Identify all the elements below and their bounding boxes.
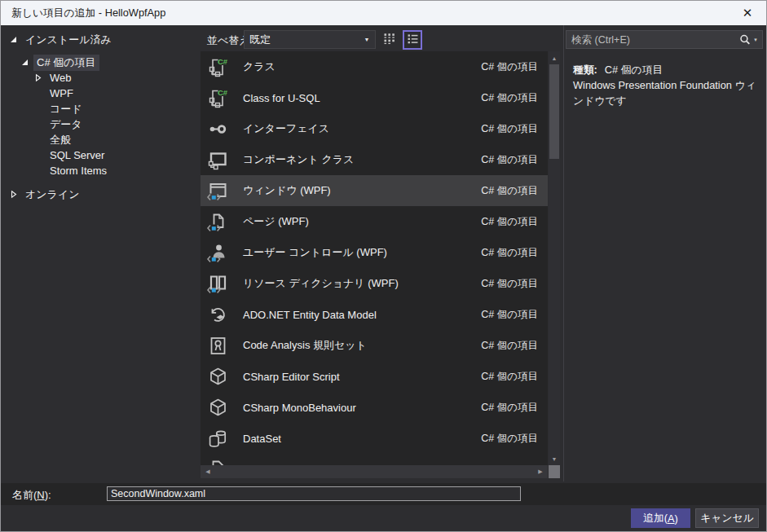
list-item[interactable]	[201, 454, 548, 465]
list-item[interactable]: ページ (WPF) C# 個の項目	[201, 206, 548, 237]
tree-item[interactable]: インストール済み	[1, 32, 201, 47]
cube-icon	[207, 397, 229, 419]
name-input[interactable]	[107, 486, 521, 501]
chevron-down-icon: ▼	[359, 37, 375, 42]
list-item[interactable]: リソース ディクショナリ (WPF) C# 個の項目	[201, 268, 548, 299]
tree-expander-icon[interactable]	[33, 104, 42, 113]
tree-item[interactable]: コード	[1, 101, 201, 117]
component-class-icon	[207, 149, 229, 171]
tree-item[interactable]: Web	[1, 70, 201, 86]
list-item[interactable]: C# クラス C# 個の項目	[201, 51, 548, 82]
sort-dropdown[interactable]: 既定 ▼	[244, 30, 376, 49]
code-analysis-ruleset-icon	[207, 335, 229, 357]
close-button[interactable]: ✕	[729, 1, 766, 25]
ado-net-entity-icon	[207, 304, 229, 326]
grid-view-icon	[382, 31, 397, 49]
tree-expander-icon[interactable]	[33, 151, 42, 160]
cancel-button[interactable]: キャンセル	[695, 508, 759, 528]
template-list: C# クラス C# 個の項目 C# Class for U-SQL C# 個の項…	[201, 51, 548, 465]
tree-item[interactable]: データ	[1, 117, 201, 132]
list-view-icon	[406, 32, 420, 49]
tree-item[interactable]: 全般	[1, 132, 201, 147]
tree-expander-icon[interactable]	[33, 73, 42, 82]
item-type-label: 種類:	[573, 64, 597, 76]
tree-expander-icon[interactable]	[33, 166, 42, 175]
sort-dropdown-value: 既定	[245, 33, 359, 47]
tree-expander-icon[interactable]	[33, 135, 42, 144]
tree-expander-icon[interactable]	[9, 35, 18, 44]
scroll-right-icon[interactable]: ▶	[535, 465, 546, 478]
category-tree: インストール済み C# 個の項目 Web WPF コード データ 全般 SQL …	[1, 25, 201, 481]
csharp-class-icon: C#	[207, 56, 229, 78]
wpf-window-icon	[207, 180, 229, 202]
dataset-icon	[207, 428, 229, 450]
medium-icons-view-button[interactable]	[381, 31, 399, 49]
list-item[interactable]: ADO.NET Entity Data Model C# 個の項目	[201, 299, 548, 330]
list-item[interactable]: コンポーネント クラス C# 個の項目	[201, 144, 548, 175]
tree-expander-icon[interactable]	[9, 190, 18, 199]
scroll-down-icon[interactable]: ▼	[549, 453, 560, 464]
tree-expander-icon[interactable]	[33, 89, 42, 98]
item-type-line: 種類:C# 個の項目	[573, 64, 663, 77]
search-input[interactable]	[566, 34, 738, 46]
vertical-scrollbar-thumb[interactable]	[549, 64, 559, 159]
wpf-page-icon	[207, 211, 229, 233]
list-item[interactable]: C# Class for U-SQL C# 個の項目	[201, 82, 548, 113]
document-icon	[207, 459, 229, 466]
tree-item[interactable]: Storm Items	[1, 163, 201, 178]
list-view-button[interactable]	[403, 30, 422, 50]
tree-item[interactable]: オンライン	[1, 187, 201, 202]
tree-item[interactable]: WPF	[1, 86, 201, 101]
scrollbar-corner	[549, 465, 560, 478]
tree-expander-icon[interactable]	[33, 120, 42, 129]
list-item[interactable]: インターフェイス C# 個の項目	[201, 113, 548, 144]
list-item[interactable]: CSharp Editor Script C# 個の項目	[201, 361, 548, 392]
details-panel: ▼ 種類:C# 個の項目 Windows Presentation Founda…	[563, 25, 766, 481]
titlebar: 新しい項目の追加 - HelloWpfApp ✕	[1, 1, 766, 25]
name-label: 名前(N):	[12, 488, 51, 503]
cube-icon	[207, 366, 229, 388]
wpf-user-control-icon	[207, 242, 229, 264]
item-type-value: C# 個の項目	[605, 64, 663, 76]
scroll-left-icon[interactable]: ◀	[202, 465, 214, 478]
search-chevron-down-icon[interactable]: ▼	[753, 37, 758, 42]
search-icon[interactable]	[738, 33, 752, 46]
close-icon: ✕	[743, 6, 753, 20]
list-item[interactable]: ユーザー コントロール (WPF) C# 個の項目	[201, 237, 548, 268]
tree-item[interactable]: SQL Server	[1, 147, 201, 163]
wpf-resource-dictionary-icon	[207, 273, 229, 295]
svg-text:C#: C#	[218, 88, 228, 97]
vertical-scrollbar[interactable]: ▲ ▼	[549, 51, 560, 465]
name-band: 名前(N):	[1, 483, 766, 505]
svg-text:C#: C#	[218, 57, 228, 66]
tree-expander-icon[interactable]	[20, 58, 29, 67]
item-description: Windows Presentation Foundation ウィンドウです	[573, 77, 762, 108]
csharp-class-icon: C#	[207, 87, 229, 109]
list-item[interactable]: ウィンドウ (WPF) C# 個の項目	[201, 175, 548, 206]
list-item[interactable]: DataSet C# 個の項目	[201, 423, 548, 454]
dialog-title: 新しい項目の追加 - HelloWpfApp	[1, 7, 165, 20]
add-new-item-dialog: 新しい項目の追加 - HelloWpfApp ✕ インストール済み C# 個の項…	[0, 0, 767, 532]
list-item[interactable]: Code Analysis 規則セット C# 個の項目	[201, 330, 548, 361]
horizontal-scrollbar[interactable]: ◀ ▶	[201, 465, 548, 478]
list-item[interactable]: CSharp MonoBehaviour C# 個の項目	[201, 392, 548, 423]
search-box[interactable]: ▼	[566, 30, 763, 49]
footer: 追加(A) キャンセル	[1, 505, 766, 531]
scroll-up-icon[interactable]: ▲	[549, 52, 560, 64]
interface-icon	[207, 118, 229, 140]
add-button[interactable]: 追加(A)	[631, 508, 690, 528]
tree-item[interactable]: C# 個の項目	[1, 55, 201, 70]
